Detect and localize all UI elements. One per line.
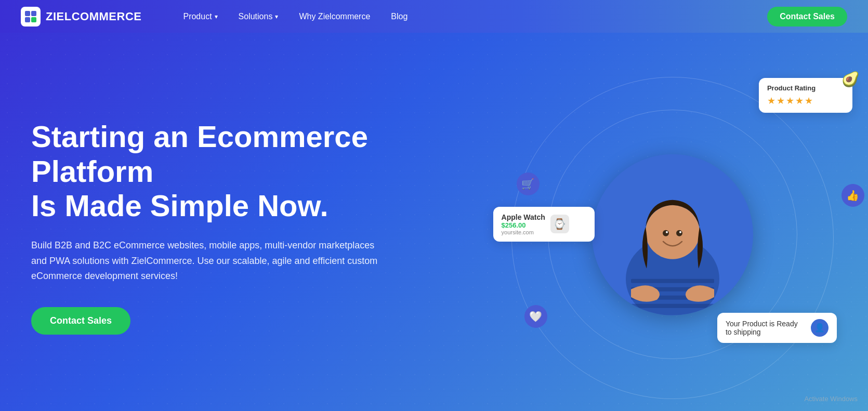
svg-point-12 (666, 231, 668, 233)
thumbsup-icon-float: 👍 (841, 184, 864, 207)
apple-watch-card: Apple Watch $256.00 yoursite.com ⌚ (493, 207, 595, 242)
shipping-avatar: 👤 (811, 319, 828, 337)
svg-rect-2 (25, 17, 30, 22)
svg-point-10 (663, 230, 669, 236)
rating-card-title: Product Rating (767, 84, 844, 92)
navbar: ZIELCOMMERCE Product ▾ Solutions ▾ Why Z… (0, 0, 868, 33)
chevron-down-icon: ▾ (215, 13, 218, 20)
shipping-text: Your Product is Ready to shipping (726, 320, 806, 336)
cart-icon-float: 🛒 (517, 173, 540, 195)
navbar-contact-button[interactable]: Contact Sales (767, 7, 847, 26)
product-rating-card: Product Rating ★★★★★ 🥑 (759, 78, 852, 113)
watch-name: Apple Watch (502, 213, 545, 221)
watch-card-info: Apple Watch $256.00 yoursite.com (502, 213, 545, 235)
hero-left: Starting an Ecommerce Platform Is Made S… (0, 33, 478, 411)
hero-subtitle: Build B2B and B2C eCommerce websites, mo… (31, 238, 385, 284)
rating-emoji: 🥑 (841, 71, 860, 88)
person-circle (592, 154, 753, 315)
brand-name: ZIELCOMMERCE (46, 10, 141, 23)
svg-point-5 (646, 205, 700, 259)
chevron-down-icon: ▾ (275, 13, 278, 20)
watch-site: yoursite.com (502, 229, 545, 235)
person-illustration (610, 175, 735, 315)
activate-windows-watermark: Activate Windows (804, 395, 858, 403)
svg-rect-3 (31, 17, 36, 22)
logo-icon (21, 7, 41, 26)
hero-contact-button[interactable]: Contact Sales (31, 307, 130, 335)
shipping-card: Your Product is Ready to shipping 👤 (717, 313, 837, 343)
hero-section: Starting an Ecommerce Platform Is Made S… (0, 33, 868, 411)
nav-solutions[interactable]: Solutions ▾ (239, 12, 279, 21)
watch-price: $256.00 (502, 221, 545, 229)
svg-point-11 (676, 230, 682, 236)
svg-point-13 (679, 231, 681, 233)
hero-title: Starting an Ecommerce Platform Is Made S… (31, 120, 446, 223)
rating-stars: ★★★★★ (767, 95, 844, 107)
logo[interactable]: ZIELCOMMERCE (21, 7, 141, 26)
nav-product[interactable]: Product ▾ (183, 12, 217, 21)
svg-rect-0 (25, 11, 30, 16)
nav-why[interactable]: Why Zielcommerce (299, 12, 370, 21)
hero-right: 🛒 🤍 👍 Product Rating ★★★★★ 🥑 Apple Watch… (478, 33, 869, 411)
svg-rect-9 (631, 304, 714, 308)
svg-rect-6 (631, 279, 714, 283)
nav-blog[interactable]: Blog (391, 12, 407, 21)
heart-icon-float: 🤍 (524, 305, 547, 328)
watch-image: ⌚ (550, 215, 569, 233)
nav-links: Product ▾ Solutions ▾ Why Zielcommerce B… (183, 12, 767, 21)
svg-rect-1 (31, 11, 36, 16)
